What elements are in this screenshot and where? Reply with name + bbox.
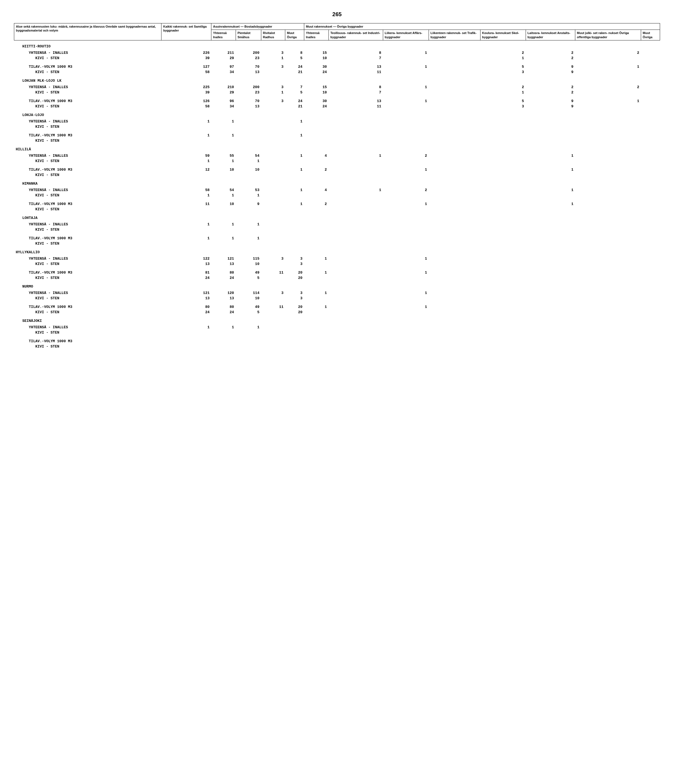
cell: 1 bbox=[526, 167, 575, 173]
cell: 115 bbox=[236, 256, 261, 261]
header-muut-julkiset: Muut julki- set raken- nukset Övriga off… bbox=[575, 30, 641, 40]
cell bbox=[480, 344, 526, 349]
cell: 1 bbox=[304, 290, 329, 296]
cell bbox=[429, 193, 480, 198]
cell bbox=[575, 275, 641, 281]
row-label: YHTEENSÄ - INALLES bbox=[14, 256, 162, 261]
cell: 2 bbox=[575, 50, 641, 56]
cell bbox=[236, 227, 261, 232]
cell bbox=[329, 207, 383, 212]
cell bbox=[261, 70, 285, 75]
cell bbox=[641, 270, 660, 275]
cell bbox=[641, 344, 660, 349]
cell bbox=[329, 330, 383, 335]
cell bbox=[304, 236, 329, 241]
cell bbox=[304, 138, 329, 143]
cell bbox=[480, 124, 526, 129]
cell bbox=[285, 124, 304, 129]
cell bbox=[329, 193, 383, 198]
cell: 1 bbox=[211, 159, 236, 164]
row-label: YHTEENSÄ - INALLES bbox=[14, 325, 162, 330]
cell: 30 bbox=[304, 64, 329, 70]
cell: 1 bbox=[285, 133, 304, 138]
cell: 13 bbox=[329, 98, 383, 104]
cell bbox=[211, 241, 236, 246]
row-label: KIVI - STEN bbox=[14, 310, 162, 315]
cell bbox=[641, 256, 660, 261]
cell: 10 bbox=[211, 167, 236, 173]
cell bbox=[383, 207, 429, 212]
cell: 58 bbox=[162, 187, 211, 193]
cell bbox=[304, 159, 329, 164]
cell bbox=[526, 236, 575, 241]
cell bbox=[641, 153, 660, 159]
cell bbox=[329, 227, 383, 232]
cell: 1 bbox=[285, 167, 304, 173]
cell: 7 bbox=[329, 90, 383, 95]
cell: 4 bbox=[304, 187, 329, 193]
cell: 225 bbox=[162, 84, 211, 90]
cell: 81 bbox=[162, 270, 211, 275]
row-label: KIVI - STEN bbox=[14, 159, 162, 164]
cell bbox=[285, 227, 304, 232]
cell bbox=[429, 296, 480, 301]
cell bbox=[429, 173, 480, 178]
cell bbox=[329, 270, 383, 275]
cell: 1 bbox=[526, 153, 575, 159]
cell: 1 bbox=[211, 119, 236, 124]
cell bbox=[526, 222, 575, 227]
cell: 1 bbox=[285, 153, 304, 159]
cell bbox=[383, 104, 429, 109]
cell bbox=[304, 330, 329, 335]
cell: 1 bbox=[575, 64, 641, 70]
cell bbox=[641, 325, 660, 330]
cell: 1 bbox=[211, 236, 236, 241]
cell bbox=[261, 138, 285, 143]
cell bbox=[329, 344, 383, 349]
cell bbox=[304, 227, 329, 232]
cell bbox=[261, 227, 285, 232]
cell bbox=[641, 290, 660, 296]
cell bbox=[575, 256, 641, 261]
cell: 1 bbox=[162, 119, 211, 124]
cell bbox=[480, 310, 526, 315]
cell bbox=[304, 133, 329, 138]
cell bbox=[641, 241, 660, 246]
cell: 1 bbox=[236, 236, 261, 241]
cell: 1 bbox=[285, 119, 304, 124]
cell: 5 bbox=[236, 310, 261, 315]
cell: 2 bbox=[480, 84, 526, 90]
cell bbox=[383, 119, 429, 124]
row-label: YHTEENSÄ - INALLES bbox=[14, 187, 162, 193]
cell: 12 bbox=[162, 167, 211, 173]
cell bbox=[261, 124, 285, 129]
cell bbox=[329, 339, 383, 344]
cell bbox=[429, 227, 480, 232]
cell bbox=[429, 275, 480, 281]
cell: 21 bbox=[285, 104, 304, 109]
cell bbox=[526, 304, 575, 310]
cell: 3 bbox=[285, 256, 304, 261]
cell: 1 bbox=[162, 222, 211, 227]
cell: 2 bbox=[480, 50, 526, 56]
cell: 10 bbox=[236, 261, 261, 267]
cell bbox=[575, 330, 641, 335]
cell bbox=[162, 339, 211, 344]
cell bbox=[480, 296, 526, 301]
cell bbox=[236, 339, 261, 344]
cell bbox=[641, 138, 660, 143]
cell bbox=[236, 241, 261, 246]
cell: 30 bbox=[304, 98, 329, 104]
cell: 2 bbox=[304, 201, 329, 207]
cell bbox=[429, 207, 480, 212]
cell bbox=[261, 275, 285, 281]
cell bbox=[261, 187, 285, 193]
section-label: HILLILÄ bbox=[14, 143, 660, 153]
cell: 23 bbox=[236, 90, 261, 95]
cell bbox=[480, 201, 526, 207]
cell: 1 bbox=[236, 159, 261, 164]
cell: 24 bbox=[162, 275, 211, 281]
cell bbox=[236, 133, 261, 138]
cell bbox=[429, 133, 480, 138]
cell bbox=[236, 119, 261, 124]
